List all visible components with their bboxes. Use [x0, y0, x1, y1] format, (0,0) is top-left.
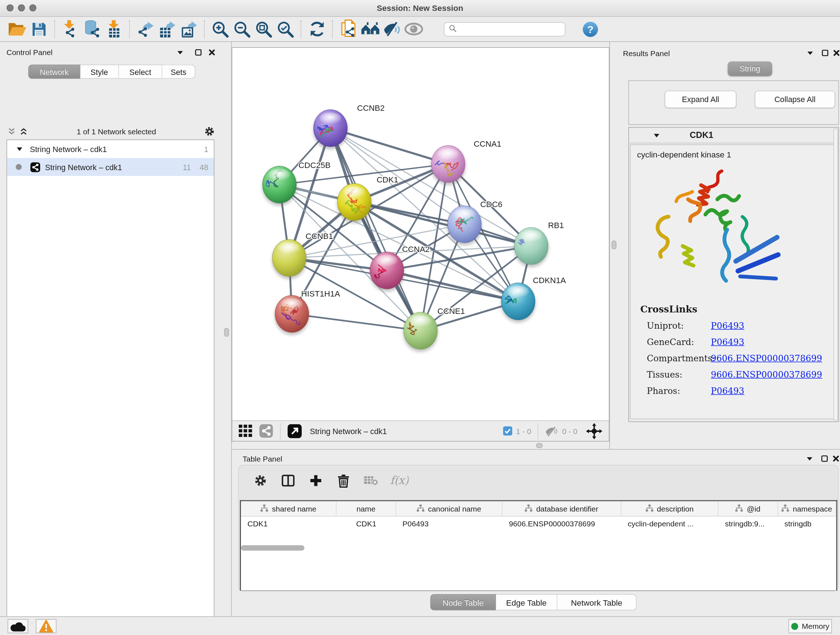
show-items-icon[interactable]: [403, 19, 424, 40]
help-icon[interactable]: ?: [579, 19, 601, 40]
right-splitter-grip[interactable]: [612, 241, 617, 249]
table-panel-float-icon[interactable]: [819, 454, 829, 463]
table-panel-menu-icon[interactable]: [805, 454, 815, 464]
control-panel-float-icon[interactable]: [193, 48, 203, 57]
zoom-fit-icon[interactable]: [253, 19, 275, 40]
zoom-selected-icon[interactable]: [275, 19, 296, 40]
network-canvas[interactable]: CCNB2CCNA1CDC25BCDK1CDC6RB1CCNB1CCNA2CDK…: [232, 48, 609, 420]
horizontal-splitter-grip[interactable]: [536, 443, 543, 448]
trash-icon[interactable]: [330, 471, 357, 491]
table-cell[interactable]: CDK1: [241, 519, 336, 528]
collapse-all-icon[interactable]: [6, 127, 16, 136]
crosslink-value[interactable]: 9606.ENSP00000378699: [711, 353, 822, 363]
hide-items-icon[interactable]: [381, 19, 403, 40]
toolbar-separator: [129, 20, 130, 38]
results-panel-float-icon[interactable]: [820, 48, 830, 57]
tab-node-table[interactable]: Node Table: [431, 594, 496, 610]
results-panel-close-icon[interactable]: [831, 48, 840, 57]
column-header-name[interactable]: name: [336, 501, 396, 516]
open-in-window-icon[interactable]: [287, 423, 302, 439]
crosslink-value[interactable]: P06493: [711, 337, 745, 347]
network-node-ccne1[interactable]: CCNE1: [397, 307, 465, 352]
table-row[interactable]: CDK1CDK1P064939606.ENSP00000378699cyclin…: [241, 516, 836, 531]
pan-mode-icon[interactable]: [585, 422, 603, 440]
network-node-rb1[interactable]: RB1: [514, 221, 564, 267]
export-image-icon[interactable]: [178, 19, 200, 40]
gear-icon[interactable]: [246, 471, 274, 491]
share-document-icon[interactable]: [338, 19, 359, 40]
node-table[interactable]: shared namenamecanonical namedatabase id…: [240, 500, 837, 591]
table-hscrollbar[interactable]: [241, 545, 305, 551]
protein-card-header[interactable]: CDK1: [629, 128, 838, 144]
search-icon: [449, 24, 456, 34]
results-scrollbar[interactable]: [834, 129, 838, 421]
network-node-hist1h1a[interactable]: HIST1H1A: [275, 289, 340, 335]
add-icon[interactable]: [302, 471, 330, 491]
columns-icon[interactable]: [274, 471, 302, 491]
zoom-in-icon[interactable]: [210, 19, 231, 40]
export-network-icon[interactable]: [134, 19, 156, 40]
network-node-ccna1[interactable]: CCNA1: [428, 139, 501, 185]
table-cell[interactable]: P06493: [396, 519, 502, 528]
refresh-icon[interactable]: [306, 19, 328, 40]
expand-all-button[interactable]: Expand All: [665, 91, 737, 108]
left-splitter-grip[interactable]: [224, 328, 229, 337]
column-header-namespace[interactable]: namespace: [778, 501, 836, 516]
column-header-database-identifier[interactable]: database identifier: [502, 501, 622, 516]
zoom-out-icon[interactable]: [231, 19, 253, 40]
crosslink-value[interactable]: P06493: [711, 320, 745, 331]
table-cell[interactable]: cyclin-dependent ...: [621, 519, 718, 528]
table-cell[interactable]: CDK1: [336, 519, 396, 528]
share-badge-gray-icon[interactable]: [258, 423, 273, 439]
import-table-icon[interactable]: [103, 19, 125, 40]
export-table-icon[interactable]: [156, 19, 178, 40]
svg-text:f(x): f(x): [390, 474, 409, 486]
memory-button[interactable]: Memory: [789, 619, 832, 633]
column-header--id[interactable]: @id: [718, 501, 778, 516]
table-cell[interactable]: stringdb:9...: [718, 519, 778, 528]
import-network-icon[interactable]: [60, 19, 81, 40]
toolbar-separator: [332, 20, 333, 38]
control-panel-menu-icon[interactable]: [175, 48, 185, 57]
open-folder-icon[interactable]: [6, 19, 28, 40]
results-panel-menu-icon[interactable]: [805, 49, 815, 58]
houses-icon[interactable]: [359, 19, 381, 40]
tab-edge-table[interactable]: Edge Table: [496, 594, 557, 610]
import-database-icon[interactable]: [81, 19, 103, 40]
network-node-cdc6[interactable]: CDC6: [447, 200, 502, 246]
collection-expander-icon[interactable]: [15, 144, 25, 154]
warning-icon[interactable]: [36, 619, 57, 633]
expand-all-icon[interactable]: [19, 127, 28, 136]
table-panel-close-icon[interactable]: [831, 454, 840, 463]
network-current-dot-icon: [16, 164, 22, 170]
network-options-gear-icon[interactable]: [205, 127, 215, 136]
control-panel-close-icon[interactable]: [207, 48, 217, 57]
cloud-icon[interactable]: [8, 619, 28, 633]
protein-expander-icon[interactable]: [652, 130, 662, 140]
tab-style[interactable]: Style: [80, 65, 119, 79]
tab-network-table[interactable]: Network Table: [557, 594, 637, 610]
column-header-canonical-name[interactable]: canonical name: [396, 501, 502, 516]
shared-column-icon: [417, 504, 424, 513]
grid9-icon[interactable]: [238, 423, 253, 439]
collapse-all-button[interactable]: Collapse All: [755, 91, 835, 108]
network-collection-row[interactable]: String Network – cdk1 1: [7, 140, 214, 158]
tab-select[interactable]: Select: [119, 65, 163, 79]
tab-sets[interactable]: Sets: [163, 65, 196, 79]
crosslinks-section: CrossLinks Uniprot:P06493GeneCard:P06493…: [640, 304, 837, 396]
network-row-selected[interactable]: String Network – cdk1 11 48: [7, 158, 214, 176]
column-header-description[interactable]: description: [621, 501, 718, 516]
table-cell[interactable]: 9606.ENSP00000378699: [502, 519, 621, 528]
network-view-title: String Network – cdk1: [310, 426, 387, 435]
table-cell[interactable]: stringdb: [778, 519, 836, 528]
tab-string[interactable]: String: [728, 62, 772, 76]
crosslink-value[interactable]: P06493: [711, 386, 745, 396]
search-box[interactable]: [444, 22, 565, 36]
tab-network[interactable]: Network: [28, 65, 80, 79]
column-header-shared-name[interactable]: shared name: [241, 501, 336, 516]
crosslink-value[interactable]: 9606.ENSP00000378699: [711, 369, 822, 380]
selected-checkbox-icon[interactable]: [503, 426, 513, 436]
search-input[interactable]: [460, 25, 561, 34]
save-icon[interactable]: [28, 19, 50, 40]
hidden-items-icon[interactable]: [545, 426, 559, 436]
